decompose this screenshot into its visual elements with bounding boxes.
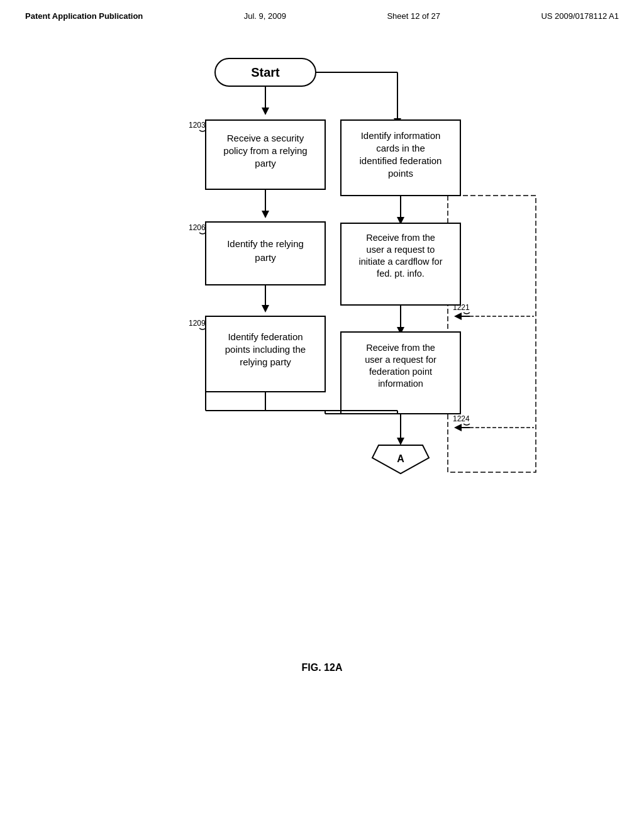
header-sheet: Sheet 12 of 27 (387, 11, 440, 21)
svg-text:Receive from the: Receive from the (366, 233, 435, 243)
svg-text:user a request for: user a request for (365, 355, 436, 365)
svg-text:identified federation: identified federation (360, 155, 442, 166)
svg-marker-3 (262, 108, 269, 115)
svg-text:policy from a relying: policy from a relying (223, 145, 307, 156)
svg-marker-10 (262, 211, 269, 218)
flowchart-diagram: Start 1203 Receive a security policy fro… (77, 40, 567, 637)
svg-text:Identify information: Identify information (361, 130, 441, 141)
svg-text:federation point: federation point (369, 367, 432, 377)
svg-marker-16 (262, 305, 269, 313)
svg-text:Start: Start (251, 65, 280, 79)
svg-text:user a request to: user a request to (367, 245, 435, 255)
svg-text:1221: 1221 (453, 303, 470, 312)
svg-text:Identify federation: Identify federation (228, 331, 303, 342)
svg-text:party: party (255, 252, 276, 263)
header-publication-label: Patent Application Publication (25, 11, 143, 21)
header-patent: US 2009/0178112 A1 (541, 11, 619, 21)
svg-text:1224: 1224 (453, 414, 470, 423)
svg-marker-45 (454, 313, 462, 320)
svg-text:A: A (397, 453, 404, 464)
main-content: Start 1203 Receive a security policy fro… (0, 27, 644, 686)
svg-text:1209: 1209 (189, 319, 206, 328)
figure-caption: FIG. 12A (302, 662, 343, 673)
page-header: Patent Application Publication Jul. 9, 2… (0, 0, 644, 27)
svg-text:cards in the: cards in the (376, 143, 425, 153)
svg-marker-59 (454, 424, 462, 431)
svg-text:information: information (378, 379, 423, 389)
svg-text:fed. pt. info.: fed. pt. info. (377, 268, 425, 279)
svg-text:Identify the relying: Identify the relying (227, 238, 304, 249)
svg-text:relying party: relying party (240, 357, 291, 367)
svg-text:initiate a cardflow for: initiate a cardflow for (359, 257, 443, 267)
svg-marker-62 (397, 438, 404, 445)
svg-text:Receive from the: Receive from the (366, 343, 435, 353)
svg-text:points including the: points including the (225, 344, 306, 355)
svg-text:1206: 1206 (189, 223, 206, 232)
svg-text:points: points (388, 168, 413, 179)
header-date: Jul. 9, 2009 (244, 11, 286, 21)
svg-text:1203: 1203 (189, 121, 206, 130)
svg-text:Receive a security: Receive a security (227, 133, 304, 143)
svg-text:party: party (255, 158, 276, 169)
